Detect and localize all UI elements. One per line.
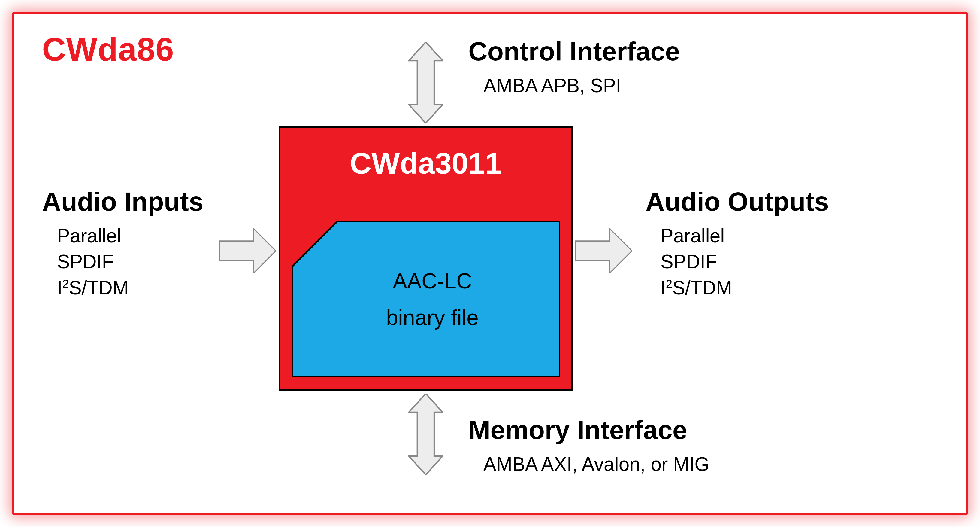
audio-inputs-heading: Audio Inputs [42,186,204,217]
audio-outputs-group: Audio Outputs Parallel SPDIF I2S/TDM [646,186,829,301]
inner-block: AAC-LC binary file [293,221,560,377]
memory-interface-arrow-icon [408,394,443,475]
svg-marker-2 [576,228,632,273]
i2s-rest: S/TDM [69,277,129,299]
i2s-sup-r: 2 [666,277,672,290]
control-interface-group: Control Interface AMBA APB, SPI [468,36,680,99]
diagram-canvas: CWda86 Control Interface AMBA APB, SPI A… [0,0,980,527]
svg-marker-0 [409,42,443,123]
audio-inputs-line1: Parallel [57,223,204,249]
svg-marker-4 [409,394,443,475]
core-name: CWda3011 [280,146,571,180]
diagram-title: CWda86 [42,30,174,68]
i2s-rest-r: S/TDM [672,277,732,299]
control-interface-arrow-icon [408,42,443,123]
memory-interface-group: Memory Interface AMBA AXI, Avalon, or MI… [468,415,710,477]
control-interface-heading: Control Interface [468,36,680,67]
audio-inputs-group: Audio Inputs Parallel SPDIF I2S/TDM [42,186,204,301]
memory-interface-heading: Memory Interface [468,415,710,445]
inner-line1: AAC-LC [393,268,472,293]
i2s-i-r: I [660,277,666,299]
audio-inputs-arrow-icon [219,228,276,273]
svg-marker-1 [220,228,276,273]
audio-outputs-line3: I2S/TDM [660,275,829,301]
i2s-sup: 2 [62,277,69,290]
audio-inputs-line2: SPDIF [57,249,204,275]
audio-outputs-line2: SPDIF [660,249,829,275]
audio-outputs-line1: Parallel [660,223,829,249]
inner-line2: binary file [386,305,479,330]
audio-inputs-line3: I2S/TDM [57,275,204,301]
audio-outputs-heading: Audio Outputs [646,186,829,217]
control-interface-line: AMBA APB, SPI [484,73,680,99]
inner-block-text: AAC-LC binary file [293,221,560,377]
i2s-i: I [57,277,62,299]
core-block: CWda3011 AAC-LC binary file [278,126,573,391]
audio-outputs-arrow-icon [575,228,632,273]
memory-interface-line: AMBA AXI, Avalon, or MIG [484,451,710,477]
